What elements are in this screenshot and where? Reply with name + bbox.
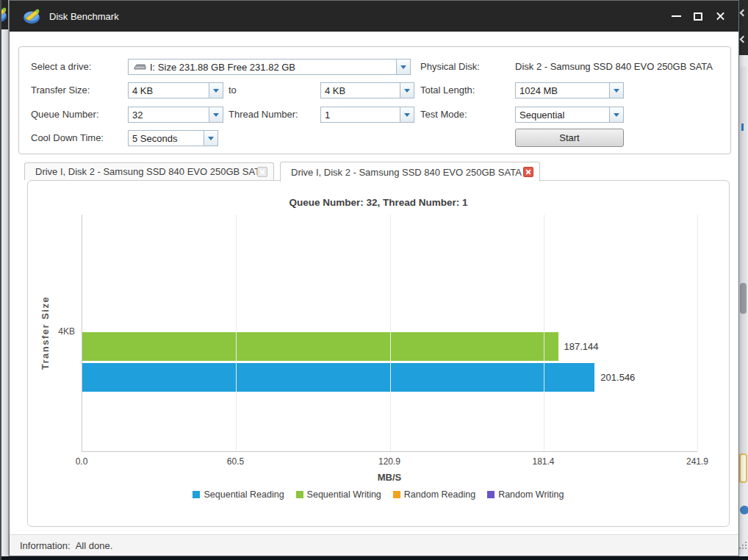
y-axis-label: Transfer Size: [40, 296, 51, 370]
transfer-size-to-select[interactable]: 4 KB: [320, 82, 414, 98]
dropdown-arrow-icon: [209, 107, 223, 122]
tab-drive-result-2-active[interactable]: Drive I, Disk 2 - Samsung SSD 840 EVO 25…: [280, 162, 540, 182]
window-frame-bottom: [1, 556, 748, 560]
x-axis-label: MB/S: [82, 472, 697, 483]
chart-title: Queue Number: 32, Thread Number: 1: [28, 197, 729, 208]
transfer-size-from-select[interactable]: 4 KB: [128, 82, 223, 98]
x-tick-label: 0.0: [76, 456, 88, 467]
dropdown-arrow-icon: [209, 83, 223, 98]
thread-number-label: Thread Number:: [229, 107, 298, 123]
test-mode-value: Sequential: [516, 110, 609, 121]
tab-drive-result-1[interactable]: Drive I, Disk 2 - Samsung SSD 840 EVO 25…: [24, 162, 274, 180]
legend-item: Random Writing: [487, 489, 564, 500]
to-label: to: [229, 82, 237, 98]
window-content: Select a drive: I: Size 231.88 GB Free 2…: [10, 32, 738, 556]
transfer-size-to-value: 4 KB: [321, 85, 400, 96]
bar-sequential-writing: [82, 332, 558, 361]
status-label: Information:: [20, 540, 71, 551]
total-length-label: Total Length:: [420, 82, 475, 98]
legend-item: Sequential Reading: [193, 489, 284, 500]
total-length-select[interactable]: 1024 MB: [515, 82, 624, 98]
x-tick-label: 181.4: [532, 456, 554, 467]
select-drive-label: Select a drive:: [31, 59, 91, 75]
start-button[interactable]: Start: [515, 129, 624, 147]
dropdown-arrow-icon: [609, 107, 623, 122]
maximize-button[interactable]: [687, 7, 709, 26]
gridline: [390, 215, 391, 451]
legend-swatch: [296, 491, 303, 498]
physical-disk-value: Disk 2 - Samsung SSD 840 EVO 250GB SATA: [515, 59, 713, 75]
tab-label: Drive I, Disk 2 - Samsung SSD 840 EVO 25…: [35, 166, 257, 177]
disk-benchmark-window: Disk Benchmark Select a drive: I: S: [9, 0, 739, 556]
background-highlighted-button-edge: [739, 453, 747, 483]
gridline: [544, 215, 544, 451]
cool-down-select[interactable]: 5 Seconds: [128, 130, 218, 146]
dropdown-arrow-icon: [400, 107, 414, 122]
background-blue-mark: [741, 123, 744, 131]
x-axis-ticks: 0.060.5120.9181.4241.9: [82, 456, 697, 468]
physical-disk-label: Physical Disk:: [420, 59, 480, 75]
gridline: [236, 215, 237, 451]
dropdown-arrow-icon: [396, 60, 410, 74]
background-window-right-edge: [738, 0, 748, 556]
benchmark-chart-panel: Queue Number: 32, Thread Number: 1 4KB T…: [27, 180, 730, 527]
transfer-size-from-value: 4 KB: [129, 85, 209, 96]
thread-number-select[interactable]: 1: [320, 107, 414, 123]
tab-close-button[interactable]: [257, 167, 267, 177]
chevron-left-icon: [740, 10, 747, 17]
gridline: [697, 215, 698, 451]
status-message: All done.: [76, 540, 113, 551]
legend-label: Sequential Writing: [307, 489, 381, 500]
total-length-value: 1024 MB: [516, 85, 609, 96]
transfer-size-label: Transfer Size:: [31, 82, 90, 98]
queue-number-select[interactable]: 32: [128, 107, 223, 123]
close-icon: [525, 169, 531, 175]
chart-legend: Sequential ReadingSequential WritingRand…: [28, 489, 729, 500]
background-window-left-edge: [1, 0, 9, 556]
app-icon: [23, 8, 42, 24]
legend-swatch: [193, 491, 200, 498]
test-mode-select[interactable]: Sequential: [515, 107, 624, 123]
cool-down-label: Cool Down Time:: [31, 130, 104, 146]
thread-number-value: 1: [321, 110, 400, 121]
legend-label: Random Writing: [498, 489, 564, 500]
legend-item: Random Reading: [393, 489, 475, 500]
plot-wrap: 4KB Transfer Size 187.144201.546 0.060.5…: [82, 215, 697, 483]
legend-item: Sequential Writing: [296, 489, 381, 500]
close-icon: [716, 12, 725, 21]
screen: Disk Benchmark Select a drive: I: S: [0, 0, 748, 560]
maximize-icon: [694, 12, 702, 21]
x-tick-label: 120.9: [378, 456, 400, 467]
x-tick-label: 60.5: [227, 456, 244, 467]
close-button[interactable]: [709, 7, 731, 26]
queue-number-value: 32: [129, 110, 209, 121]
resize-grip[interactable]: [745, 548, 747, 549]
drive-select-value: I: Size 231.88 GB Free 231.82 GB: [150, 62, 295, 73]
dropdown-arrow-icon: [400, 83, 414, 98]
bar-sequential-reading: [82, 363, 594, 392]
queue-number-label: Queue Number:: [31, 107, 99, 123]
drive-icon: [134, 63, 146, 71]
background-window-titlebar-right: [738, 0, 748, 55]
tab-label: Drive I, Disk 2 - Samsung SSD 840 EVO 25…: [291, 167, 523, 178]
x-tick-label: 241.9: [686, 456, 708, 467]
status-bar: Information: All done.: [10, 534, 738, 556]
background-scrollbar-thumb[interactable]: [740, 283, 747, 314]
tab-close-button[interactable]: [523, 167, 533, 177]
minimize-icon: [672, 15, 681, 17]
legend-swatch: [487, 491, 495, 498]
dropdown-arrow-icon: [204, 131, 217, 146]
minimize-button[interactable]: [665, 7, 687, 26]
background-blue-button-edge: [740, 506, 748, 514]
legend-label: Sequential Reading: [204, 489, 284, 500]
legend-swatch: [393, 491, 400, 498]
bar-value-label: 187.144: [564, 341, 599, 352]
benchmark-settings-group: Select a drive: I: Size 231.88 GB Free 2…: [18, 46, 731, 154]
legend-label: Random Reading: [404, 489, 475, 500]
cool-down-value: 5 Seconds: [129, 133, 204, 144]
background-window-titlebar: [1, 0, 8, 29]
drive-select[interactable]: I: Size 231.88 GB Free 231.82 GB: [128, 59, 411, 75]
close-icon: [259, 169, 265, 175]
chevron-left-icon: [740, 36, 747, 43]
bar-value-label: 201.546: [600, 372, 635, 383]
